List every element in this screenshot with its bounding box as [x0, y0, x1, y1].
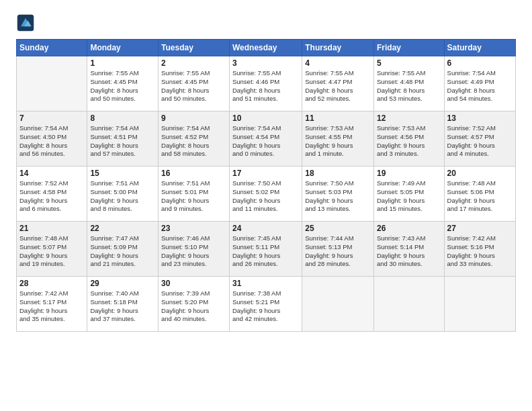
day-number: 27 — [447, 224, 513, 233]
calendar-cell: 1Sunrise: 7:55 AMSunset: 4:45 PMDaylight… — [87, 56, 159, 111]
day-number: 19 — [377, 169, 441, 178]
calendar-table: SundayMondayTuesdayWednesdayThursdayFrid… — [16, 39, 516, 332]
day-number: 10 — [232, 113, 299, 123]
day-info: Sunrise: 7:54 AMSunset: 4:49 PMDaylight:… — [447, 69, 513, 103]
calendar-cell: 18Sunrise: 7:50 AMSunset: 5:03 PMDayligh… — [302, 167, 374, 222]
day-info: Sunrise: 7:50 AMSunset: 5:02 PMDaylight:… — [232, 179, 299, 214]
day-info: Sunrise: 7:49 AMSunset: 5:05 PMDaylight:… — [377, 179, 441, 214]
day-info: Sunrise: 7:52 AMSunset: 4:58 PMDaylight:… — [19, 179, 84, 214]
day-number: 14 — [19, 169, 84, 178]
day-number: 28 — [19, 279, 84, 288]
day-info: Sunrise: 7:51 AMSunset: 5:00 PMDaylight:… — [90, 179, 155, 214]
day-info: Sunrise: 7:55 AMSunset: 4:47 PMDaylight:… — [305, 69, 371, 103]
day-info: Sunrise: 7:47 AMSunset: 5:09 PMDaylight:… — [90, 234, 155, 269]
day-info: Sunrise: 7:54 AMSunset: 4:54 PMDaylight:… — [232, 124, 299, 158]
day-number: 1 — [90, 58, 155, 68]
calendar-cell — [17, 56, 87, 111]
day-info: Sunrise: 7:42 AMSunset: 5:16 PMDaylight:… — [447, 234, 513, 269]
day-info: Sunrise: 7:55 AMSunset: 4:45 PMDaylight:… — [90, 69, 155, 103]
weekday-header: Sunday — [17, 40, 87, 56]
calendar-cell: 14Sunrise: 7:52 AMSunset: 4:58 PMDayligh… — [17, 167, 87, 222]
day-number: 6 — [447, 58, 513, 68]
day-number: 13 — [447, 113, 513, 123]
day-number: 3 — [232, 58, 299, 68]
day-info: Sunrise: 7:38 AMSunset: 5:21 PMDaylight:… — [232, 289, 299, 324]
day-info: Sunrise: 7:46 AMSunset: 5:10 PMDaylight:… — [161, 234, 226, 269]
calendar-cell: 30Sunrise: 7:39 AMSunset: 5:20 PMDayligh… — [159, 277, 230, 332]
day-number: 16 — [161, 169, 226, 178]
day-number: 29 — [90, 279, 155, 288]
calendar-cell: 5Sunrise: 7:55 AMSunset: 4:48 PMDaylight… — [373, 56, 444, 111]
day-number: 30 — [161, 279, 226, 288]
weekday-header: Friday — [373, 40, 444, 56]
calendar-cell — [444, 277, 515, 332]
day-info: Sunrise: 7:43 AMSunset: 5:14 PMDaylight:… — [377, 234, 441, 269]
weekday-header: Saturday — [444, 40, 515, 56]
calendar-cell — [373, 277, 444, 332]
day-number: 26 — [377, 224, 441, 233]
day-number: 17 — [232, 169, 299, 178]
day-number: 9 — [161, 113, 226, 123]
day-info: Sunrise: 7:44 AMSunset: 5:13 PMDaylight:… — [305, 234, 371, 269]
day-number: 5 — [377, 58, 441, 68]
calendar-cell: 10Sunrise: 7:54 AMSunset: 4:54 PMDayligh… — [229, 111, 302, 167]
weekday-header: Wednesday — [229, 40, 302, 56]
day-info: Sunrise: 7:55 AMSunset: 4:46 PMDaylight:… — [232, 69, 299, 103]
weekday-header: Monday — [87, 40, 159, 56]
calendar-row: 28Sunrise: 7:42 AMSunset: 5:17 PMDayligh… — [17, 277, 516, 332]
day-number: 20 — [447, 169, 513, 178]
day-number: 24 — [232, 224, 299, 233]
day-number: 8 — [90, 113, 155, 123]
calendar-cell: 31Sunrise: 7:38 AMSunset: 5:21 PMDayligh… — [229, 277, 302, 332]
calendar-cell: 8Sunrise: 7:54 AMSunset: 4:51 PMDaylight… — [87, 111, 159, 167]
calendar-cell: 16Sunrise: 7:51 AMSunset: 5:01 PMDayligh… — [159, 167, 230, 222]
calendar-cell: 29Sunrise: 7:40 AMSunset: 5:18 PMDayligh… — [87, 277, 159, 332]
calendar-row: 21Sunrise: 7:48 AMSunset: 5:07 PMDayligh… — [17, 222, 516, 277]
weekday-header: Thursday — [302, 40, 374, 56]
day-number: 18 — [305, 169, 371, 178]
day-number: 31 — [232, 279, 299, 288]
day-info: Sunrise: 7:54 AMSunset: 4:50 PMDaylight:… — [19, 124, 84, 158]
calendar-cell: 26Sunrise: 7:43 AMSunset: 5:14 PMDayligh… — [373, 222, 444, 277]
day-number: 7 — [19, 113, 84, 123]
calendar-cell: 23Sunrise: 7:46 AMSunset: 5:10 PMDayligh… — [159, 222, 230, 277]
calendar-cell: 22Sunrise: 7:47 AMSunset: 5:09 PMDayligh… — [87, 222, 159, 277]
day-number: 21 — [19, 224, 84, 233]
day-number: 4 — [305, 58, 371, 68]
calendar-cell: 21Sunrise: 7:48 AMSunset: 5:07 PMDayligh… — [17, 222, 87, 277]
header — [16, 13, 516, 32]
day-info: Sunrise: 7:51 AMSunset: 5:01 PMDaylight:… — [161, 179, 226, 214]
day-number: 11 — [305, 113, 371, 123]
day-number: 12 — [377, 113, 441, 123]
logo-icon — [16, 13, 35, 32]
day-number: 25 — [305, 224, 371, 233]
calendar-cell: 27Sunrise: 7:42 AMSunset: 5:16 PMDayligh… — [444, 222, 515, 277]
calendar-row: 1Sunrise: 7:55 AMSunset: 4:45 PMDaylight… — [17, 56, 516, 111]
calendar-cell: 2Sunrise: 7:55 AMSunset: 4:45 PMDaylight… — [159, 56, 230, 111]
day-info: Sunrise: 7:42 AMSunset: 5:17 PMDaylight:… — [19, 289, 84, 324]
day-info: Sunrise: 7:53 AMSunset: 4:55 PMDaylight:… — [305, 124, 371, 158]
calendar-cell: 6Sunrise: 7:54 AMSunset: 4:49 PMDaylight… — [444, 56, 515, 111]
day-info: Sunrise: 7:39 AMSunset: 5:20 PMDaylight:… — [161, 289, 226, 324]
calendar-cell: 4Sunrise: 7:55 AMSunset: 4:47 PMDaylight… — [302, 56, 374, 111]
day-info: Sunrise: 7:54 AMSunset: 4:52 PMDaylight:… — [161, 124, 226, 158]
calendar-cell: 12Sunrise: 7:53 AMSunset: 4:56 PMDayligh… — [373, 111, 444, 167]
calendar-cell: 15Sunrise: 7:51 AMSunset: 5:00 PMDayligh… — [87, 167, 159, 222]
day-number: 2 — [161, 58, 226, 68]
calendar-cell: 17Sunrise: 7:50 AMSunset: 5:02 PMDayligh… — [229, 167, 302, 222]
day-number: 15 — [90, 169, 155, 178]
day-info: Sunrise: 7:50 AMSunset: 5:03 PMDaylight:… — [305, 179, 371, 214]
weekday-header-row: SundayMondayTuesdayWednesdayThursdayFrid… — [17, 40, 516, 56]
calendar-cell: 9Sunrise: 7:54 AMSunset: 4:52 PMDaylight… — [159, 111, 230, 167]
calendar-row: 14Sunrise: 7:52 AMSunset: 4:58 PMDayligh… — [17, 167, 516, 222]
calendar-cell: 3Sunrise: 7:55 AMSunset: 4:46 PMDaylight… — [229, 56, 302, 111]
day-info: Sunrise: 7:55 AMSunset: 4:48 PMDaylight:… — [377, 69, 441, 103]
calendar-cell: 13Sunrise: 7:52 AMSunset: 4:57 PMDayligh… — [444, 111, 515, 167]
page: SundayMondayTuesdayWednesdayThursdayFrid… — [0, 0, 532, 411]
logo — [16, 13, 38, 32]
day-info: Sunrise: 7:53 AMSunset: 4:56 PMDaylight:… — [377, 124, 441, 158]
calendar-cell: 19Sunrise: 7:49 AMSunset: 5:05 PMDayligh… — [373, 167, 444, 222]
calendar-cell: 25Sunrise: 7:44 AMSunset: 5:13 PMDayligh… — [302, 222, 374, 277]
calendar-cell — [302, 277, 374, 332]
weekday-header: Tuesday — [159, 40, 230, 56]
